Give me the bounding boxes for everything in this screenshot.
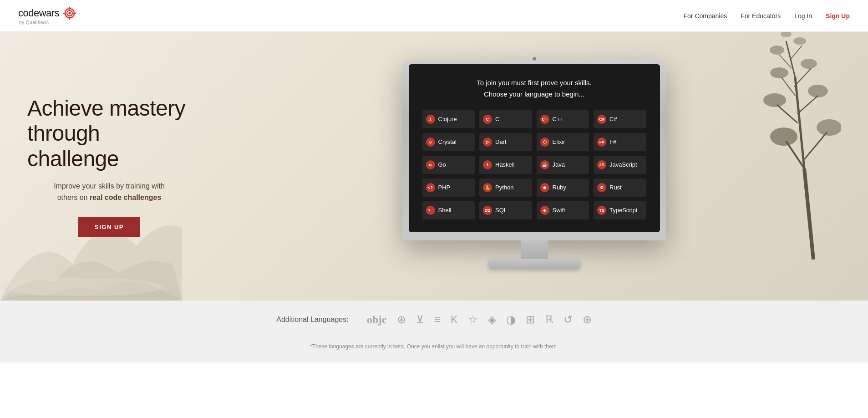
nav-signup[interactable]: Sign Up [826, 12, 850, 20]
lang-button-rust[interactable]: ⚙Rust [594, 178, 646, 197]
lang-button-shell[interactable]: >_Shell [422, 201, 475, 219]
monitor-screen: To join you must first prove your skills… [409, 64, 660, 232]
additional-lang-icon-7[interactable]: ◑ [506, 313, 516, 326]
svg-line-19 [791, 46, 802, 59]
header: codewars by Qualified® For Companies For… [0, 0, 868, 32]
lang-button-sql[interactable]: DBSQL [479, 201, 532, 219]
additional-language-icons: 𝐨𝐛𝐣𝐜⊛⊻≡K☆◈◑⊞ℝ↺⊕ [367, 313, 592, 326]
additional-lang-icon-3[interactable]: ≡ [434, 313, 441, 326]
additional-languages-note: *These languages are currently in beta. … [18, 343, 850, 350]
lang-button-typescript[interactable]: TSTypeScript [594, 201, 646, 219]
additional-lang-icon-10[interactable]: ↺ [563, 313, 573, 326]
lang-button-clojure[interactable]: λClojure [422, 110, 475, 128]
logo-text[interactable]: codewars [18, 7, 59, 19]
lang-button-f[interactable]: F#F# [594, 133, 646, 151]
nav-for-companies[interactable]: For Companies [684, 12, 727, 20]
additional-lang-icon-1[interactable]: ⊛ [397, 313, 406, 326]
logo-sub: by Qualified® [19, 20, 50, 25]
nav-links: For Companies For Educators Log In Sign … [684, 12, 850, 20]
hero-subtitle: Improve your skills by training withothe… [27, 180, 191, 204]
hero-signup-button[interactable]: SIGN UP [78, 217, 140, 237]
lang-button-javascript[interactable]: JSJavaScript [594, 156, 646, 174]
lang-button-elixir[interactable]: ⬡Elixir [537, 133, 589, 151]
monitor: To join you must first prove your skills… [402, 60, 666, 269]
logo-area: codewars by Qualified® [18, 6, 76, 25]
svg-point-28 [781, 32, 792, 37]
additional-lang-icon-0[interactable]: 𝐨𝐛𝐣𝐜 [367, 313, 387, 326]
lang-button-c[interactable]: CC [479, 110, 532, 128]
additional-lang-icon-4[interactable]: K [451, 313, 458, 326]
lang-button-python[interactable]: 🐍Python [479, 178, 532, 197]
additional-lang-icon-11[interactable]: ⊕ [583, 313, 592, 326]
hero-section: Achieve masterythrough challenge Improve… [0, 32, 868, 301]
monitor-stand-neck [521, 240, 548, 259]
logo-top: codewars [18, 6, 76, 20]
lang-button-ruby[interactable]: ◆Ruby [537, 178, 589, 197]
screen-prompt: To join you must first prove your skills… [422, 77, 646, 100]
lang-button-go[interactable]: ∞Go [422, 156, 475, 174]
nav-login[interactable]: Log In [794, 12, 812, 20]
svg-point-8 [0, 278, 164, 296]
codewars-logo-icon [63, 6, 76, 20]
lang-button-dart[interactable]: ▷Dart [479, 133, 532, 151]
monitor-camera [533, 57, 536, 61]
lang-button-haskell[interactable]: λHaskell [479, 156, 532, 174]
lang-button-swift[interactable]: ◈Swift [537, 201, 589, 219]
svg-point-27 [793, 37, 806, 45]
additional-lang-icon-8[interactable]: ⊞ [526, 313, 535, 326]
lang-button-java[interactable]: ☕Java [537, 156, 589, 174]
hero-title: Achieve masterythrough challenge [27, 96, 191, 171]
monitor-stand-base [489, 259, 580, 269]
additional-languages-label: Additional Languages: [276, 316, 348, 324]
svg-point-26 [770, 46, 784, 55]
additional-lang-icon-5[interactable]: ☆ [468, 313, 478, 326]
monitor-frame: To join you must first prove your skills… [402, 60, 666, 240]
additional-languages-section: Additional Languages: 𝐨𝐛𝐣𝐜⊛⊻≡K☆◈◑⊞ℝ↺⊕ *T… [0, 301, 868, 362]
hero-text-block: Achieve masterythrough challenge Improve… [27, 96, 191, 237]
language-grid: λClojureCCC+C++C#C#◇Crystal▷Dart⬡ElixirF… [422, 110, 646, 219]
lang-button-c[interactable]: C#C# [594, 110, 646, 128]
lang-button-php[interactable]: <?PHP [422, 178, 475, 197]
additional-lang-icon-9[interactable]: ℝ [545, 313, 553, 326]
hero-content: Achieve masterythrough challenge Improve… [0, 60, 868, 273]
svg-point-3 [69, 12, 71, 15]
additional-lang-icon-6[interactable]: ◈ [488, 313, 496, 326]
additional-lang-icon-2[interactable]: ⊻ [416, 313, 424, 326]
lang-button-crystal[interactable]: ◇Crystal [422, 133, 475, 151]
lang-button-c[interactable]: C+C++ [537, 110, 589, 128]
monitor-wrapper: To join you must first prove your skills… [228, 60, 841, 273]
nav-for-educators[interactable]: For Educators [741, 12, 781, 20]
